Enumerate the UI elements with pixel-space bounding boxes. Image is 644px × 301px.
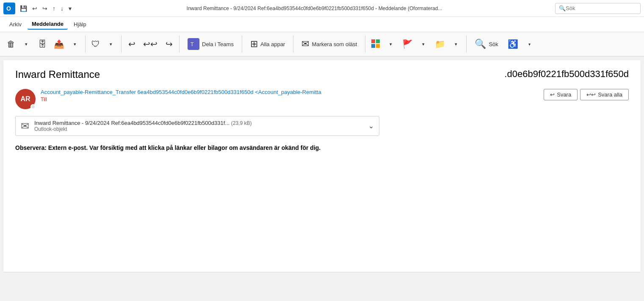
delete-button[interactable]: 🗑 bbox=[3, 33, 19, 55]
move-dropdown-button[interactable]: ▾ bbox=[67, 33, 83, 55]
archive-icon: 🗄 bbox=[38, 40, 47, 48]
delete-icon: 🗑 bbox=[7, 40, 15, 48]
move-folder-group: 📁 ▾ bbox=[432, 33, 464, 55]
avatar-status bbox=[30, 104, 36, 109]
separator-4 bbox=[242, 36, 242, 52]
search-icon: 🔍 bbox=[559, 5, 566, 11]
email-content: Inward Remittance .d0e6b9f0221fb500d331f… bbox=[3, 60, 641, 272]
ribbon-search-label: Sök bbox=[489, 41, 498, 47]
separator-1 bbox=[85, 36, 86, 52]
attachment-chevron-icon: ⌄ bbox=[368, 122, 374, 130]
category-dropdown-button[interactable]: ▾ bbox=[383, 33, 398, 55]
attachment-type: Outlook-objekt bbox=[34, 126, 363, 132]
svg-rect-5 bbox=[376, 39, 380, 43]
reply-all-icon: ↩↩ bbox=[143, 40, 158, 48]
all-apps-icon: ⊞ bbox=[250, 39, 258, 49]
separator-5 bbox=[293, 36, 293, 52]
email-ref: .d0e6b9f0221fb500d331f650d bbox=[504, 69, 629, 80]
flag-group: 🚩 ▾ bbox=[399, 33, 431, 55]
email-subject: Inward Remittance bbox=[15, 69, 100, 80]
title-search-input[interactable] bbox=[566, 5, 637, 11]
quick-access-toolbar: 💾 ↩ ↪ ↑ ↓ ▾ bbox=[18, 4, 74, 13]
move-down-button[interactable]: ↓ bbox=[58, 4, 66, 13]
all-apps-button[interactable]: ⊞ Alla appar bbox=[245, 33, 291, 55]
sender-initials: AR bbox=[20, 95, 30, 103]
reply-button[interactable]: ↩ bbox=[124, 33, 139, 55]
separator-3 bbox=[179, 36, 180, 52]
warning-notice: Observera: Extern e-post. Var försiktig … bbox=[15, 144, 629, 151]
svg-text:T: T bbox=[191, 41, 194, 47]
protect-button[interactable]: 🛡 bbox=[88, 33, 103, 55]
flag-icon: 🚩 bbox=[402, 40, 413, 48]
undo-button[interactable]: ↩ bbox=[30, 4, 39, 13]
all-apps-label: Alla appar bbox=[260, 41, 285, 47]
ribbon-search-button[interactable]: 🔍 Sök bbox=[469, 33, 503, 55]
move-folder-dropdown-button[interactable]: ▾ bbox=[448, 33, 464, 55]
attachment-icon: ✉ bbox=[21, 120, 29, 132]
protect-group: 🛡 ▾ bbox=[88, 33, 119, 55]
sender-row: AR Account_payable-Remittance_Transfer 6… bbox=[15, 89, 629, 109]
accessibility-button[interactable]: ♿ bbox=[505, 33, 521, 55]
move-folder-button[interactable]: 📁 bbox=[432, 33, 448, 55]
protect-icon: 🛡 bbox=[91, 40, 100, 48]
category-group: ▾ bbox=[368, 33, 398, 55]
move-group: 📤 ▾ bbox=[51, 33, 83, 55]
redo-button[interactable]: ↪ bbox=[40, 4, 50, 13]
accessibility-icon: ♿ bbox=[508, 40, 518, 48]
move-folder-icon: 📁 bbox=[435, 40, 445, 48]
menu-arkiv[interactable]: Arkiv bbox=[5, 19, 26, 29]
menu-bar: Arkiv Meddelande Hjälp bbox=[0, 17, 644, 32]
attachment-info: Inward Remittance - 9/24/2024 Ref:6ea4bd… bbox=[34, 120, 363, 132]
svg-text:O: O bbox=[6, 5, 11, 12]
mark-unread-label: Markera som oläst bbox=[312, 41, 357, 47]
reply-all-arrow-icon: ↩↩ bbox=[586, 91, 596, 98]
save-button[interactable]: 💾 bbox=[18, 4, 29, 13]
app-icon: O bbox=[3, 3, 15, 14]
email-subject-bar: Inward Remittance .d0e6b9f0221fb500d331f… bbox=[15, 69, 629, 80]
sender-info: Account_payable-Remittance_Transfer 6ea4… bbox=[41, 89, 321, 102]
category-icon bbox=[371, 39, 380, 50]
delete-group: 🗑 ▾ bbox=[3, 33, 34, 55]
flag-dropdown-button[interactable]: ▾ bbox=[416, 33, 431, 55]
sender-to: Till bbox=[41, 97, 321, 102]
teams-icon: T bbox=[188, 38, 199, 50]
reply-icon: ↩ bbox=[128, 40, 135, 48]
separator-2 bbox=[121, 36, 122, 52]
menu-hjalp[interactable]: Hjälp bbox=[69, 19, 91, 29]
reply-all-button-header[interactable]: ↩↩ Svara alla bbox=[580, 89, 629, 100]
forward-button[interactable]: ↪ bbox=[161, 33, 177, 55]
sender-left: AR Account_payable-Remittance_Transfer 6… bbox=[15, 89, 321, 109]
ribbon: 🗑 ▾ 🗄 📤 ▾ 🛡 ▾ ↩ ↩↩ ↪ T Dela i T bbox=[0, 32, 644, 57]
sender-name[interactable]: Account_payable-Remittance_Transfer 6ea4… bbox=[41, 89, 321, 95]
move-up-button[interactable]: ↑ bbox=[50, 4, 58, 13]
forward-icon: ↪ bbox=[166, 40, 173, 48]
window-title: Inward Remittance - 9/24/2024 Ref:6ea4bd… bbox=[76, 6, 553, 11]
share-teams-button[interactable]: T Dela i Teams bbox=[182, 33, 239, 55]
move-button[interactable]: 📤 bbox=[51, 33, 67, 55]
category-button[interactable] bbox=[368, 33, 383, 55]
archive-button[interactable]: 🗄 bbox=[35, 33, 50, 55]
ribbon-search-icon: 🔍 bbox=[475, 39, 486, 49]
reply-label: Svara bbox=[557, 91, 571, 98]
reply-all-button[interactable]: ↩↩ bbox=[140, 33, 160, 55]
svg-rect-6 bbox=[371, 44, 375, 48]
accessibility-dropdown-button[interactable]: ▾ bbox=[522, 33, 537, 55]
sender-avatar: AR bbox=[15, 89, 36, 109]
reply-arrow-icon: ↩ bbox=[550, 91, 555, 98]
reply-buttons: ↩ Svara ↩↩ Svara alla bbox=[544, 89, 629, 100]
flag-button[interactable]: 🚩 bbox=[399, 33, 416, 55]
separator-7 bbox=[466, 36, 467, 52]
title-search-box[interactable]: 🔍 bbox=[555, 3, 641, 14]
svg-rect-4 bbox=[371, 39, 375, 43]
more-quick-access-button[interactable]: ▾ bbox=[66, 4, 74, 13]
attachment-name: Inward Remittance - 9/24/2024 Ref:6ea4bd… bbox=[34, 120, 363, 126]
mark-unread-button[interactable]: ✉ Markera som oläst bbox=[296, 33, 362, 55]
protect-dropdown-button[interactable]: ▾ bbox=[103, 33, 119, 55]
delete-dropdown-button[interactable]: ▾ bbox=[19, 33, 34, 55]
svg-rect-7 bbox=[376, 44, 380, 48]
title-bar: O 💾 ↩ ↪ ↑ ↓ ▾ Inward Remittance - 9/24/2… bbox=[0, 0, 644, 17]
reply-button-header[interactable]: ↩ Svara bbox=[544, 89, 578, 100]
share-teams-label: Dela i Teams bbox=[202, 41, 234, 47]
attachment-box[interactable]: ✉ Inward Remittance - 9/24/2024 Ref:6ea4… bbox=[15, 116, 379, 136]
menu-meddelande[interactable]: Meddelande bbox=[28, 19, 68, 30]
